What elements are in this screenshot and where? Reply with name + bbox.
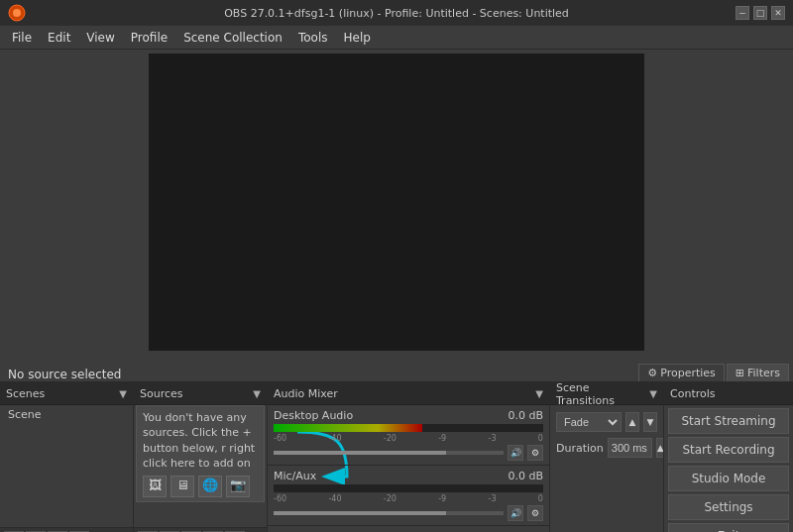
gear-icon: ⚙ <box>647 367 657 379</box>
menu-file[interactable]: File <box>4 29 40 47</box>
sources-panel: Sources ▼ You don't have any sources. Cl… <box>134 383 268 532</box>
sources-tooltip-text: You don't have any sources. Click the + … <box>143 411 255 470</box>
sources-header: Sources ▼ <box>134 383 267 405</box>
start-recording-button[interactable]: Start Recording <box>668 437 789 463</box>
sources-content: You don't have any sources. Click the + … <box>134 405 267 527</box>
scenes-toolbar: + − ∧ ∨ <box>0 527 133 532</box>
controls-content: Start Streaming Start Recording Studio M… <box>664 405 793 532</box>
transitions-type-select[interactable]: Fade <box>556 412 622 432</box>
desktop-volume-slider[interactable] <box>274 451 504 455</box>
mic-audio-label: Mic/Aux <box>274 470 316 482</box>
mic-meter-scale: -60-40-20-9-30 <box>274 494 543 503</box>
mic-meter-bar <box>274 484 543 492</box>
audio-mixer-content: Desktop Audio 0.0 dB -60-40-20-9-30 🔊 ⚙ <box>268 405 549 532</box>
scenes-menu-icon[interactable]: ▼ <box>119 388 127 399</box>
sources-menu-icon[interactable]: ▼ <box>253 388 261 399</box>
desktop-audio-controls: 🔊 ⚙ <box>274 445 543 461</box>
transitions-content: Fade ▲ ▼ Duration ▲ ▼ <box>550 405 663 532</box>
scenes-title: Scenes <box>6 387 45 400</box>
desktop-mute-button[interactable]: 🔊 <box>508 445 523 461</box>
source-icon-camera[interactable]: 📷 <box>226 476 250 497</box>
transitions-title: Scene Transitions <box>556 381 649 407</box>
settings-button[interactable]: Settings <box>668 494 789 520</box>
app-logo <box>8 4 26 22</box>
audio-channel-desktop: Desktop Audio 0.0 dB -60-40-20-9-30 🔊 ⚙ <box>268 405 549 466</box>
menu-help[interactable]: Help <box>335 29 378 47</box>
scenes-header: Scenes ▼ <box>0 383 133 405</box>
menu-tools[interactable]: Tools <box>290 29 336 47</box>
menu-profile[interactable]: Profile <box>123 29 175 47</box>
controls-panel: Controls Start Streaming Start Recording… <box>664 383 793 532</box>
desktop-audio-label: Desktop Audio <box>274 409 353 422</box>
desktop-meter-scale: -60-40-20-9-30 <box>274 434 543 443</box>
desktop-meter-fill <box>274 424 422 432</box>
mic-mute-button[interactable]: 🔊 <box>508 505 523 521</box>
desktop-meter-bar <box>274 424 543 432</box>
transitions-type-down-button[interactable]: ▼ <box>643 412 657 432</box>
audio-mixer-title: Audio Mixer <box>274 387 338 400</box>
transitions-duration-row: Duration ▲ ▼ <box>552 435 661 461</box>
window-title: OBS 27.0.1+dfsg1-1 (linux) - Profile: Un… <box>0 7 793 20</box>
minimize-button[interactable]: − <box>736 6 749 20</box>
menu-bar: File Edit View Profile Scene Collection … <box>0 26 793 50</box>
mic-audio-settings-button[interactable]: ⚙ <box>527 505 543 521</box>
controls-header: Controls <box>664 383 793 405</box>
controls-title: Controls <box>670 387 716 400</box>
properties-tab-label: Properties <box>660 367 716 379</box>
scenes-content: Scene <box>0 405 133 527</box>
main-panel-row: Scenes ▼ Scene + − ∧ ∨ Sources ▼ You don… <box>0 382 793 532</box>
transitions-header: Scene Transitions ▼ <box>550 383 663 405</box>
source-icon-web[interactable]: 🌐 <box>198 476 222 497</box>
sources-tooltip-box: You don't have any sources. Click the + … <box>136 405 265 502</box>
sources-title: Sources <box>140 387 183 400</box>
studio-mode-button[interactable]: Studio Mode <box>668 466 789 491</box>
source-icon-image[interactable]: 🖼 <box>143 476 167 497</box>
window-controls: − □ ✕ <box>736 6 785 20</box>
transitions-menu-icon[interactable]: ▼ <box>649 388 657 399</box>
maximize-button[interactable]: □ <box>753 6 767 20</box>
menu-view[interactable]: View <box>78 29 122 47</box>
mic-audio-db: 0.0 dB <box>508 470 543 482</box>
close-button[interactable]: ✕ <box>771 6 785 20</box>
tab-filters[interactable]: ⊞ Filters <box>727 364 789 381</box>
tab-properties[interactable]: ⚙ Properties <box>638 364 724 381</box>
source-icon-monitor[interactable]: 🖥 <box>170 476 194 497</box>
no-source-label: No source selected <box>0 368 129 381</box>
preview-canvas <box>149 53 644 351</box>
transitions-panel: Scene Transitions ▼ Fade ▲ ▼ Duration ▲ … <box>550 383 664 532</box>
title-bar: OBS 27.0.1+dfsg1-1 (linux) - Profile: Un… <box>0 0 793 26</box>
mic-volume-slider[interactable] <box>274 511 504 515</box>
sources-toolbar: + − ⚙ ∧ ∨ <box>134 527 267 532</box>
desktop-audio-db: 0.0 dB <box>508 409 543 422</box>
transitions-type-up-button[interactable]: ▲ <box>625 412 639 432</box>
menu-scene-collection[interactable]: Scene Collection <box>175 29 290 47</box>
desktop-audio-settings-button[interactable]: ⚙ <box>527 445 543 461</box>
audio-mixer-menu-icon[interactable]: ▼ <box>535 388 543 399</box>
menu-edit[interactable]: Edit <box>40 29 78 47</box>
exit-button[interactable]: Exit <box>668 523 789 532</box>
source-icons-row: 🖼 🖥 🌐 📷 <box>143 476 258 497</box>
audio-channel-mic: Mic/Aux 0.0 dB -60-40-20-9-30 🔊 ⚙ <box>268 466 549 526</box>
audio-mixer-header: Audio Mixer ▼ <box>268 383 549 405</box>
scenes-panel: Scenes ▼ Scene + − ∧ ∨ <box>0 383 134 532</box>
filters-tab-label: Filters <box>747 367 780 379</box>
start-streaming-button[interactable]: Start Streaming <box>668 408 789 434</box>
duration-up-button[interactable]: ▲ <box>656 438 663 458</box>
scene-item[interactable]: Scene <box>2 405 48 424</box>
duration-label: Duration <box>556 442 604 455</box>
filter-icon: ⊞ <box>736 367 744 379</box>
transitions-fade-row: Fade ▲ ▼ <box>552 409 661 435</box>
svg-point-1 <box>13 9 21 17</box>
audio-mixer-panel: Audio Mixer ▼ Desktop Audio 0.0 dB -60-4… <box>268 383 550 532</box>
mic-audio-controls: 🔊 ⚙ <box>274 505 543 521</box>
duration-input[interactable] <box>608 438 652 458</box>
